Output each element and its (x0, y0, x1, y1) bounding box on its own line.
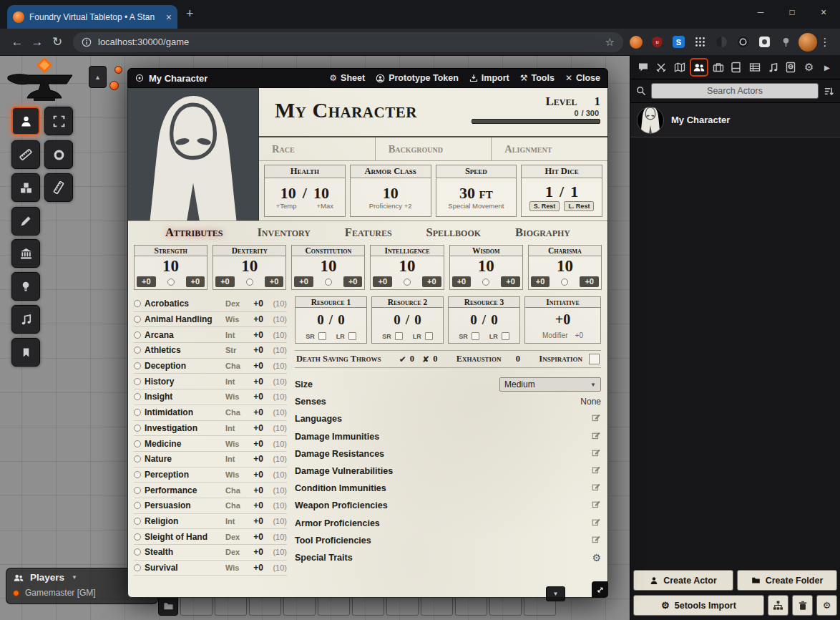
ability-mod[interactable]: +0 (531, 276, 550, 287)
create-folder-button[interactable]: Create Folder (737, 570, 837, 591)
edit-icon[interactable] (592, 499, 601, 512)
skill-proficiency-radio[interactable] (134, 378, 141, 385)
folder-tree-button[interactable] (768, 595, 788, 616)
forward-icon[interactable]: → (27, 35, 47, 49)
background-field[interactable]: Background (375, 137, 492, 160)
lr-checkbox[interactable] (425, 332, 433, 340)
ability-mod[interactable]: +0 (373, 276, 392, 287)
resource-current-input[interactable]: 0 (317, 312, 324, 328)
circle-template-button[interactable] (44, 140, 73, 169)
import-button[interactable]: Import (469, 73, 509, 83)
tab-spellbook[interactable]: Spellbook (426, 226, 482, 240)
new-tab-button[interactable]: + (186, 6, 194, 21)
tab-items[interactable] (710, 59, 726, 75)
hp-current-input[interactable]: 10 (280, 185, 296, 201)
tile-controls-button[interactable] (11, 173, 40, 202)
save-proficiency-radio[interactable] (325, 278, 332, 286)
lighting-controls-button[interactable] (11, 272, 40, 301)
ability-name[interactable]: Dexterity (213, 246, 285, 256)
ability-score-input[interactable]: 10 (292, 256, 364, 276)
skill-proficiency-radio[interactable] (134, 362, 141, 369)
wall-controls-button[interactable] (11, 239, 40, 268)
ability-name[interactable]: Wisdom (450, 246, 522, 256)
skill-proficiency-radio[interactable] (134, 502, 141, 509)
tab-chat[interactable] (635, 59, 651, 75)
skill-proficiency-radio[interactable] (134, 455, 141, 462)
tab-playlists[interactable] (765, 59, 781, 75)
extension-icon-ublock[interactable]: u (650, 35, 664, 49)
ability-save[interactable]: +0 (422, 276, 441, 287)
skill-proficiency-radio[interactable] (134, 518, 141, 525)
resource-label-input[interactable]: Resource 3 (449, 297, 519, 308)
ruler-tool-button[interactable] (44, 173, 73, 202)
skill-proficiency-radio[interactable] (134, 393, 141, 400)
skill-proficiency-radio[interactable] (134, 347, 141, 354)
skill-row[interactable]: Medicine Wis +0 (10) (134, 436, 287, 452)
character-name-input[interactable]: My Character (275, 100, 417, 136)
window-resize-handle[interactable] (592, 581, 608, 598)
ability-score-input[interactable]: 10 (371, 256, 443, 276)
extension-icon-pin[interactable] (779, 35, 793, 49)
tab-close-icon[interactable]: × (166, 11, 172, 23)
death-success-icon[interactable]: ✔ (399, 354, 406, 364)
bookmark-star-icon[interactable]: ☆ (605, 36, 615, 49)
resource-label-input[interactable]: Resource 2 (372, 297, 443, 308)
tools-button[interactable]: ⚒ Tools (520, 73, 555, 83)
window-close-button[interactable]: × (811, 0, 836, 24)
skill-row[interactable]: Religion Int +0 (10) (134, 514, 287, 530)
ability-name[interactable]: Constitution (292, 246, 364, 256)
tab-compendium[interactable] (783, 59, 799, 75)
skill-row[interactable]: Survival Wis +0 (10) (134, 561, 287, 576)
gear-icon[interactable]: ⚙ (592, 553, 601, 563)
skill-row[interactable]: Perception Wis +0 (10) (134, 468, 287, 483)
skill-row[interactable]: Investigation Int +0 (10) (134, 421, 287, 437)
skill-proficiency-radio[interactable] (134, 409, 141, 416)
extension-icon-dots-grid[interactable] (693, 35, 707, 49)
skill-proficiency-radio[interactable] (134, 564, 141, 571)
drawing-tools-button[interactable] (11, 207, 40, 236)
macro-slot[interactable] (215, 596, 247, 616)
ability-mod[interactable]: +0 (294, 276, 313, 287)
site-info-icon[interactable] (82, 37, 92, 47)
ability-score-input[interactable]: 10 (450, 256, 522, 276)
long-rest-button[interactable]: L. Rest (564, 201, 594, 211)
death-fail-count[interactable]: 0 (433, 354, 437, 364)
extension-icon-ring[interactable] (736, 35, 750, 49)
skill-row[interactable]: Sleight of Hand Dex +0 (10) (134, 529, 287, 545)
edit-icon[interactable] (592, 482, 601, 495)
tab-settings[interactable]: ⚙ (801, 59, 817, 75)
xp-value-input[interactable]: 0 (574, 109, 578, 117)
macro-slot[interactable] (421, 596, 453, 616)
search-input[interactable] (651, 83, 819, 99)
tab-tables[interactable] (747, 59, 763, 75)
ability-name[interactable]: Intelligence (371, 246, 443, 256)
death-fail-icon[interactable]: ✘ (422, 354, 429, 364)
character-portrait[interactable] (128, 88, 259, 221)
skill-row[interactable]: Arcana Int +0 (10) (134, 327, 287, 343)
skill-row[interactable]: History Int +0 (10) (134, 374, 287, 389)
race-field[interactable]: Race (259, 137, 375, 160)
macro-slot[interactable] (283, 596, 316, 616)
skill-row[interactable]: Insight Wis +0 (10) (134, 389, 287, 405)
reload-icon[interactable]: ↻ (47, 34, 67, 49)
tab-features[interactable]: Features (345, 226, 392, 240)
macro-directory-button[interactable] (158, 596, 178, 616)
edit-icon[interactable] (592, 430, 601, 443)
tab-scenes[interactable] (672, 59, 688, 75)
tab-combat[interactable] (653, 59, 669, 75)
special-movement-label[interactable]: Special Movement (448, 202, 504, 210)
window-header[interactable]: My Character ⚙ Sheet Prototype Token Imp… (127, 68, 608, 88)
macro-slot[interactable] (352, 596, 384, 616)
prototype-token-button[interactable]: Prototype Token (376, 73, 459, 83)
save-proficiency-radio[interactable] (246, 278, 253, 286)
ability-mod[interactable]: +0 (137, 276, 156, 287)
address-bar[interactable]: localhost:30000/game ☆ (73, 32, 623, 52)
close-window-button[interactable]: ✕ Close (565, 73, 600, 83)
tab-inventory[interactable]: Inventory (257, 226, 310, 240)
lr-checkbox[interactable] (348, 332, 356, 340)
macro-slot[interactable] (455, 596, 487, 616)
hd-current-input[interactable]: 1 (545, 183, 553, 200)
select-targets-button[interactable] (44, 107, 73, 135)
token-controls-button[interactable] (11, 107, 40, 135)
level-value-input[interactable]: 1 (595, 95, 601, 109)
